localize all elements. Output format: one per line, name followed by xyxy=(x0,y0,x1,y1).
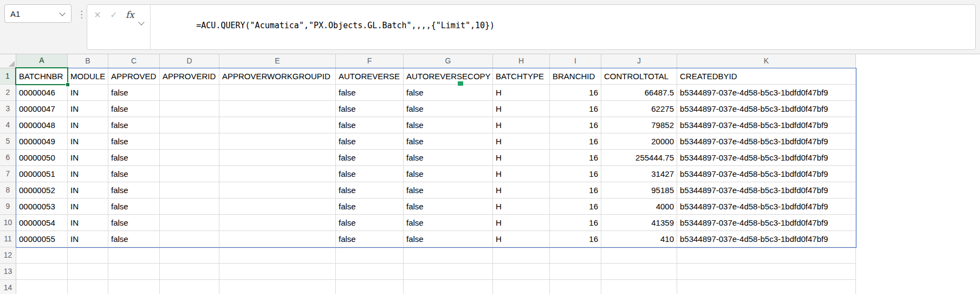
cell-A13[interactable] xyxy=(16,264,68,280)
cell-E3[interactable] xyxy=(219,101,336,117)
cell-D12[interactable] xyxy=(160,247,219,264)
cell-C4[interactable]: false xyxy=(108,117,160,133)
cell-C3[interactable]: false xyxy=(108,101,160,117)
column-header-B[interactable]: B xyxy=(68,54,108,68)
row-header-2[interactable]: 2 xyxy=(0,85,16,101)
cell-K13[interactable] xyxy=(677,264,856,280)
cell-A14[interactable] xyxy=(16,280,68,294)
row-header-6[interactable]: 6 xyxy=(0,150,16,166)
cell-F9[interactable]: false xyxy=(336,199,404,215)
cell-H5[interactable]: H xyxy=(493,133,550,150)
name-box[interactable]: A1 xyxy=(4,4,72,23)
cell-D6[interactable] xyxy=(160,150,219,166)
cell-B4[interactable]: IN xyxy=(68,117,108,133)
column-header-C[interactable]: C xyxy=(108,54,160,68)
cell-D4[interactable] xyxy=(160,117,219,133)
cell-K6[interactable]: b5344897-037e-4d58-b5c3-1bdfd0f47bf9 xyxy=(677,150,856,166)
cell-F7[interactable]: false xyxy=(336,166,404,182)
cell-B5[interactable]: IN xyxy=(68,133,108,150)
cell-A5[interactable]: 00000049 xyxy=(16,133,68,150)
cell-K5[interactable]: b5344897-037e-4d58-b5c3-1bdfd0f47bf9 xyxy=(677,133,856,150)
column-header-K[interactable]: K xyxy=(677,54,856,68)
cell-B1[interactable]: MODULE xyxy=(68,68,108,85)
cell-H3[interactable]: H xyxy=(493,101,550,117)
cell-G5[interactable]: false xyxy=(404,133,493,150)
cell-I10[interactable]: 16 xyxy=(550,215,601,231)
cell-K7[interactable]: b5344897-037e-4d58-b5c3-1bdfd0f47bf9 xyxy=(677,166,856,182)
cell-H13[interactable] xyxy=(493,264,550,280)
cell-B13[interactable] xyxy=(68,264,108,280)
cell-H7[interactable]: H xyxy=(493,166,550,182)
cell-F5[interactable]: false xyxy=(336,133,404,150)
cell-G14[interactable] xyxy=(404,280,493,294)
cell-J7[interactable]: 31427 xyxy=(601,166,677,182)
column-header-A[interactable]: A xyxy=(16,54,68,68)
cell-K14[interactable] xyxy=(677,280,856,294)
cell-F6[interactable]: false xyxy=(336,150,404,166)
cell-C14[interactable] xyxy=(108,280,160,294)
cell-H12[interactable] xyxy=(493,247,550,264)
cell-C8[interactable]: false xyxy=(108,182,160,199)
cell-C1[interactable]: APPROVED xyxy=(108,68,160,85)
cell-E6[interactable] xyxy=(219,150,336,166)
cell-J5[interactable]: 20000 xyxy=(601,133,677,150)
cell-D10[interactable] xyxy=(160,215,219,231)
cell-C10[interactable]: false xyxy=(108,215,160,231)
cell-A3[interactable]: 00000047 xyxy=(16,101,68,117)
cell-H14[interactable] xyxy=(493,280,550,294)
select-all-corner[interactable] xyxy=(0,54,16,68)
cell-B2[interactable]: IN xyxy=(68,85,108,101)
cell-E4[interactable] xyxy=(219,117,336,133)
cell-G3[interactable]: false xyxy=(404,101,493,117)
row-header-11[interactable]: 11 xyxy=(0,231,16,247)
cell-J3[interactable]: 62275 xyxy=(601,101,677,117)
cell-J14[interactable] xyxy=(601,280,677,294)
column-header-J[interactable]: J xyxy=(601,54,677,68)
column-header-G[interactable]: G xyxy=(404,54,493,68)
cell-J12[interactable] xyxy=(601,247,677,264)
cell-B14[interactable] xyxy=(68,280,108,294)
cell-E9[interactable] xyxy=(219,199,336,215)
cell-A1[interactable]: BATCHNBR xyxy=(16,68,68,85)
column-header-I[interactable]: I xyxy=(550,54,601,68)
row-header-3[interactable]: 3 xyxy=(0,101,16,117)
cell-F13[interactable] xyxy=(336,264,404,280)
column-header-F[interactable]: F xyxy=(336,54,404,68)
cell-J2[interactable]: 66487.5 xyxy=(601,85,677,101)
cell-D11[interactable] xyxy=(160,231,219,247)
cell-F12[interactable] xyxy=(336,247,404,264)
cell-C12[interactable] xyxy=(108,247,160,264)
function-dropdown-chevron-icon[interactable] xyxy=(138,17,147,27)
cell-D5[interactable] xyxy=(160,133,219,150)
column-header-D[interactable]: D xyxy=(160,54,219,68)
cell-I3[interactable]: 16 xyxy=(550,101,601,117)
cell-E11[interactable] xyxy=(219,231,336,247)
cell-J10[interactable]: 41359 xyxy=(601,215,677,231)
row-header-10[interactable]: 10 xyxy=(0,215,16,231)
cell-A11[interactable]: 00000055 xyxy=(16,231,68,247)
cell-D13[interactable] xyxy=(160,264,219,280)
cell-H11[interactable]: H xyxy=(493,231,550,247)
cell-I7[interactable]: 16 xyxy=(550,166,601,182)
cell-B11[interactable]: IN xyxy=(68,231,108,247)
cell-E12[interactable] xyxy=(219,247,336,264)
insert-function-icon[interactable]: fx xyxy=(122,7,138,23)
cell-J1[interactable]: CONTROLTOTAL xyxy=(601,68,677,85)
cell-C13[interactable] xyxy=(108,264,160,280)
cell-G10[interactable]: false xyxy=(404,215,493,231)
cell-I1[interactable]: BRANCHID xyxy=(550,68,601,85)
cell-K11[interactable]: b5344897-037e-4d58-b5c3-1bdfd0f47bf9 xyxy=(677,231,856,247)
cell-E10[interactable] xyxy=(219,215,336,231)
cell-I11[interactable]: 16 xyxy=(550,231,601,247)
cell-C2[interactable]: false xyxy=(108,85,160,101)
cell-K2[interactable]: b5344897-037e-4d58-b5c3-1bdfd0f47bf9 xyxy=(677,85,856,101)
cell-I8[interactable]: 16 xyxy=(550,182,601,199)
cell-D14[interactable] xyxy=(160,280,219,294)
cell-I6[interactable]: 16 xyxy=(550,150,601,166)
cell-C11[interactable]: false xyxy=(108,231,160,247)
cell-I2[interactable]: 16 xyxy=(550,85,601,101)
cancel-icon[interactable]: ✕ xyxy=(89,7,106,23)
cell-H4[interactable]: H xyxy=(493,117,550,133)
cell-J13[interactable] xyxy=(601,264,677,280)
cell-A6[interactable]: 00000050 xyxy=(16,150,68,166)
